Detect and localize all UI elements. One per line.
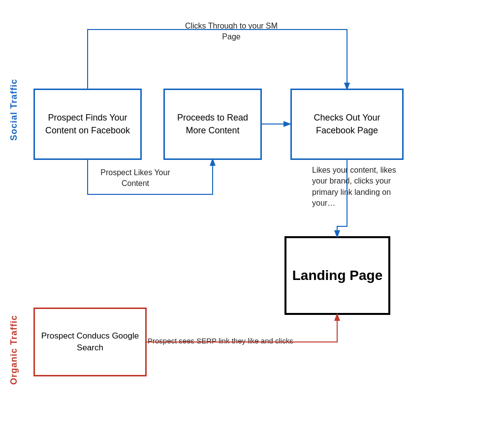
label-clicks-through: Clicks Through to your SM Page — [182, 21, 281, 43]
box-landing-page: Landing Page — [284, 236, 390, 315]
label-prospect-likes: Prospect Likes Your Content — [86, 167, 185, 189]
box-google-search: Prospect Conducs Google Search — [33, 308, 147, 376]
box-prospect-finds: Prospect Finds Your Content on Facebook — [33, 89, 142, 160]
organic-traffic-label: Organic Traffic — [9, 315, 19, 385]
social-traffic-label: Social Traffic — [9, 79, 19, 141]
label-likes-content: Likes your content, likes your brand, cl… — [312, 165, 410, 209]
label-serp: Prospect sees SERP link they like and cl… — [148, 336, 335, 346]
box-checks-out: Checks Out Your Facebook Page — [290, 89, 404, 160]
box-proceeds-read: Proceeds to Read More Content — [163, 89, 262, 160]
